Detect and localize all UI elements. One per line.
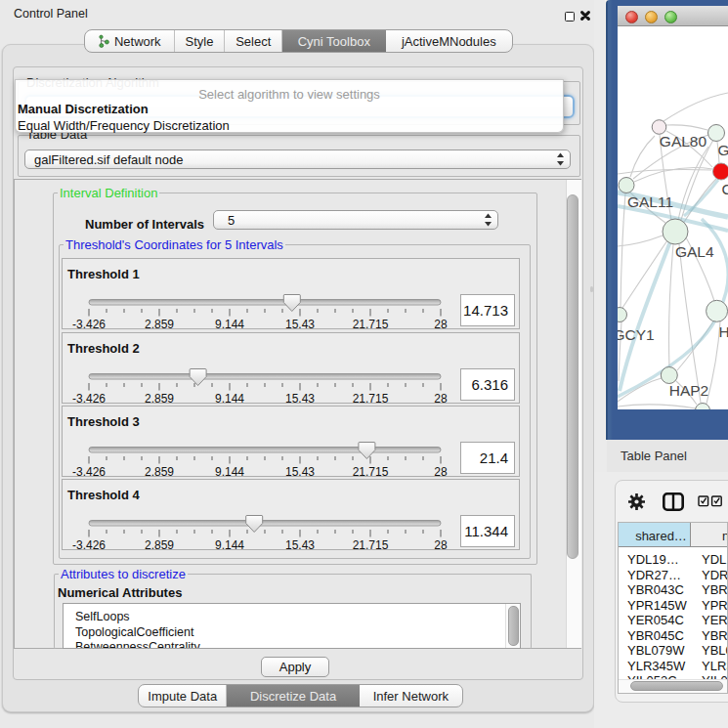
svg-text:21.715: 21.715	[353, 538, 389, 550]
svg-text:-3.426: -3.426	[72, 538, 106, 550]
svg-text:9.144: 9.144	[215, 318, 244, 329]
svg-text:28: 28	[434, 318, 448, 329]
svg-text:2.859: 2.859	[145, 538, 174, 550]
svg-text:15.43: 15.43	[285, 465, 315, 477]
svg-text:15.43: 15.43	[285, 392, 315, 404]
svg-text:CR: CR	[722, 181, 728, 197]
svg-text:21.715: 21.715	[353, 392, 389, 404]
svg-text:HAP2: HAP2	[669, 382, 709, 399]
svg-text:2.859: 2.859	[145, 465, 174, 477]
svg-text:-3.426: -3.426	[72, 392, 106, 404]
svg-text:-3.426: -3.426	[72, 465, 106, 477]
svg-text:GAL4: GAL4	[675, 243, 714, 260]
svg-text:9.144: 9.144	[215, 392, 244, 404]
svg-text:15.43: 15.43	[285, 538, 315, 550]
svg-text:21.715: 21.715	[353, 318, 389, 329]
svg-text:H: H	[719, 323, 728, 340]
svg-text:28: 28	[434, 465, 448, 477]
svg-text:9.144: 9.144	[215, 538, 244, 550]
svg-text:2.859: 2.859	[145, 392, 174, 404]
svg-text:2.859: 2.859	[145, 318, 174, 329]
svg-text:GAL80: GAL80	[660, 133, 707, 150]
svg-text:15.43: 15.43	[285, 318, 315, 329]
svg-text:21.715: 21.715	[353, 465, 389, 477]
svg-text:GCY1: GCY1	[618, 326, 655, 343]
svg-text:28: 28	[434, 538, 448, 550]
svg-text:-3.426: -3.426	[72, 318, 106, 329]
svg-text:28: 28	[434, 392, 448, 404]
svg-text:GAL11: GAL11	[627, 193, 673, 210]
svg-text:GAL1: GAL1	[718, 142, 728, 158]
svg-text:9.144: 9.144	[215, 465, 244, 477]
